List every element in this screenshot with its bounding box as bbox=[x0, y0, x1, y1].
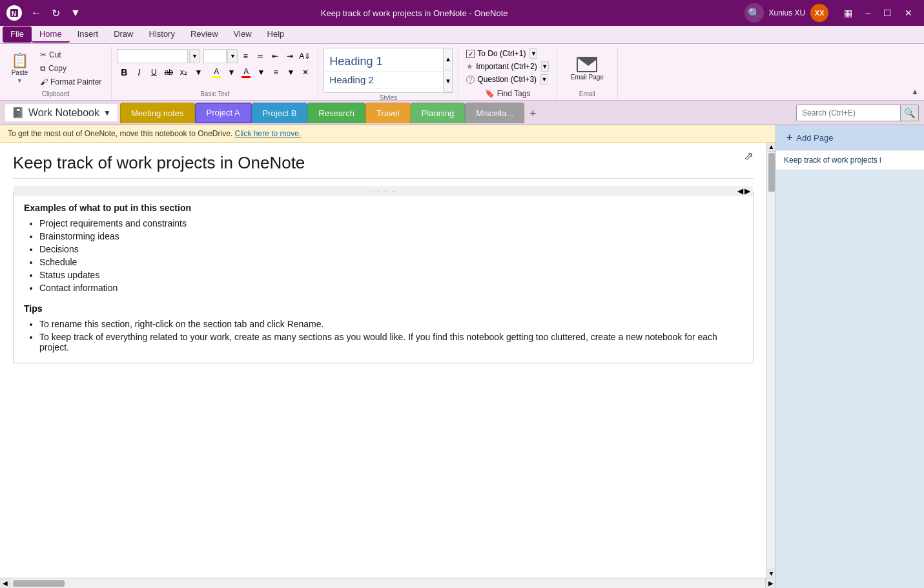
important-tag[interactable]: ★ Important (Ctrl+2) ▼ bbox=[464, 61, 551, 72]
italic-button[interactable]: I bbox=[132, 65, 146, 79]
customize-button[interactable]: ▼ bbox=[67, 6, 85, 21]
title-bar: N ← ↻ ▼ Keep track of work projects in O… bbox=[0, 0, 924, 26]
add-page-button[interactable]: + Add Page bbox=[776, 125, 924, 150]
paste-button[interactable]: 📋 Paste ▼ bbox=[5, 49, 34, 88]
scroll-up-button[interactable]: ▲ bbox=[767, 143, 775, 152]
user-avatar[interactable]: XX bbox=[810, 4, 828, 22]
menu-draw[interactable]: Draw bbox=[106, 26, 141, 43]
highlight-color-bar bbox=[212, 76, 221, 78]
unordered-list-button[interactable]: ≡ bbox=[238, 49, 252, 63]
tabs-container: Meeting notes Project A Project B Resear… bbox=[120, 103, 791, 123]
strikethrough-button[interactable]: ab bbox=[161, 65, 176, 79]
menu-home[interactable]: Home bbox=[32, 26, 70, 43]
tab-meeting-notes[interactable]: Meeting notes bbox=[120, 103, 195, 123]
font-name-input[interactable] bbox=[117, 49, 188, 63]
cut-button[interactable]: ✂ Cut bbox=[36, 48, 106, 61]
search-submit-button[interactable]: 🔍 bbox=[900, 105, 918, 121]
styles-content: Heading 1 Heading 2 ▲ ▼ bbox=[323, 48, 453, 93]
styles-scroll-down[interactable]: ▼ bbox=[444, 70, 452, 92]
search-input[interactable] bbox=[797, 107, 900, 119]
menu-insert[interactable]: Insert bbox=[70, 26, 107, 43]
ribbon-toggle-button[interactable]: ▦ bbox=[839, 6, 857, 19]
align-button[interactable]: ≡ bbox=[269, 65, 283, 79]
font-dropdown-button[interactable]: ▼ bbox=[189, 49, 200, 63]
right-panel: + Add Page Keep track of work projects i bbox=[775, 125, 924, 588]
basic-text-content: ▼ ▼ ≡ ≍ ⇤ ⇥ A⇓ B I U ab x₂ ▼ bbox=[117, 49, 313, 89]
highlight-color-button[interactable]: A bbox=[209, 65, 223, 79]
email-content: Email Page bbox=[562, 48, 612, 89]
undo-button[interactable]: ↻ bbox=[48, 6, 64, 21]
section-left-btn[interactable]: ◀ bbox=[737, 187, 743, 196]
email-page-button[interactable]: Email Page bbox=[562, 52, 612, 85]
heading1-style[interactable]: Heading 1 bbox=[324, 52, 452, 72]
scroll-left-button[interactable]: ◀ bbox=[0, 578, 10, 589]
styles-scroll-up[interactable]: ▲ bbox=[444, 48, 452, 70]
format-painter-button[interactable]: 🖌 Format Painter bbox=[36, 76, 106, 88]
maximize-button[interactable]: ☐ bbox=[878, 6, 897, 19]
close-button[interactable]: ✕ bbox=[899, 6, 918, 19]
notebook-dropdown-icon: ▼ bbox=[103, 108, 111, 117]
scroll-down-button[interactable]: ▼ bbox=[767, 569, 775, 578]
highlight-dropdown[interactable]: ▼ bbox=[224, 65, 238, 79]
h-scroll-thumb[interactable] bbox=[13, 580, 65, 587]
decrease-indent-button[interactable]: ⇤ bbox=[268, 49, 282, 63]
question-tag[interactable]: ? Question (Ctrl+3) ▼ bbox=[464, 74, 551, 85]
todo-dropdown[interactable]: ▼ bbox=[529, 48, 537, 59]
more-options-button[interactable]: A⇓ bbox=[298, 49, 312, 63]
section-drag-handle[interactable]: · · · · ◀ ▶ bbox=[14, 186, 753, 196]
page-content-area: ⇗ Keep track of work projects in OneNote… bbox=[0, 143, 766, 578]
list-item: Brainstorming ideas bbox=[39, 231, 743, 241]
font-size-input[interactable] bbox=[203, 49, 227, 63]
tab-project-b[interactable]: Project B bbox=[252, 103, 308, 123]
font-color-dropdown[interactable]: ▼ bbox=[254, 65, 268, 79]
back-button[interactable]: ← bbox=[27, 6, 45, 21]
scroll-right-button[interactable]: ▶ bbox=[765, 578, 775, 589]
font-size-dropdown-button[interactable]: ▼ bbox=[227, 49, 238, 63]
font-color-button[interactable]: A bbox=[239, 65, 253, 79]
copy-button[interactable]: ⧉ Copy bbox=[36, 62, 106, 75]
menu-history[interactable]: History bbox=[141, 26, 183, 43]
underline-button[interactable]: U bbox=[147, 65, 161, 79]
important-dropdown[interactable]: ▼ bbox=[541, 61, 549, 72]
title-bar-right: 🔍 Xunius XU XX ▦ – ☐ ✕ bbox=[744, 3, 918, 23]
bold-button[interactable]: B bbox=[117, 65, 131, 79]
subscript-button[interactable]: x₂ bbox=[176, 65, 190, 79]
cut-icon: ✂ bbox=[40, 50, 46, 59]
heading2-style[interactable]: Heading 2 bbox=[324, 72, 452, 88]
search-button[interactable]: 🔍 bbox=[744, 3, 764, 23]
onenote-icon: N bbox=[6, 5, 22, 21]
question-dropdown[interactable]: ▼ bbox=[540, 74, 548, 85]
tab-miscell[interactable]: Miscella... bbox=[465, 103, 524, 123]
find-tags-button[interactable]: 🔖 Find Tags bbox=[479, 86, 537, 101]
scroll-thumb[interactable] bbox=[768, 153, 775, 192]
page-list-item[interactable]: Keep track of work projects i bbox=[776, 150, 924, 170]
tab-planning[interactable]: Planning bbox=[411, 103, 466, 123]
subscript-dropdown[interactable]: ▼ bbox=[191, 65, 205, 79]
clear-format-button[interactable]: ✕ bbox=[298, 65, 313, 79]
add-section-button[interactable]: + bbox=[524, 105, 542, 123]
expand-button[interactable]: ⇗ bbox=[744, 149, 754, 163]
ribbon-collapse-button[interactable]: ▲ bbox=[911, 87, 919, 96]
increase-indent-button[interactable]: ⇥ bbox=[283, 49, 297, 63]
question-icon: ? bbox=[466, 76, 475, 84]
notebook-name[interactable]: 📓 Work Notebook ▼ bbox=[5, 104, 118, 121]
font-color-bar bbox=[241, 76, 251, 78]
h-scroll-track bbox=[10, 578, 765, 589]
menu-view[interactable]: View bbox=[226, 26, 260, 43]
tips-list: To rename this section, right-click on t… bbox=[24, 319, 743, 352]
todo-tag[interactable]: ✓ To Do (Ctrl+1) ▼ bbox=[464, 48, 540, 59]
tab-travel[interactable]: Travel bbox=[365, 103, 411, 123]
menu-file[interactable]: File bbox=[3, 26, 32, 43]
section-right-btn[interactable]: ▶ bbox=[744, 187, 750, 196]
menu-help[interactable]: Help bbox=[260, 26, 293, 43]
section-controls: ◀ ▶ bbox=[737, 187, 750, 196]
tab-research[interactable]: Research bbox=[307, 103, 365, 123]
notification-link[interactable]: Click here to move. bbox=[235, 129, 302, 138]
tab-project-a[interactable]: Project A bbox=[195, 103, 252, 123]
paste-icon: 📋 bbox=[11, 54, 28, 68]
align-dropdown[interactable]: ▼ bbox=[283, 65, 298, 79]
menu-review[interactable]: Review bbox=[183, 26, 226, 43]
ordered-list-button[interactable]: ≍ bbox=[253, 49, 267, 63]
minimize-button[interactable]: – bbox=[860, 6, 876, 19]
format-row: B I U ab x₂ ▼ A ▼ A bbox=[117, 65, 313, 79]
